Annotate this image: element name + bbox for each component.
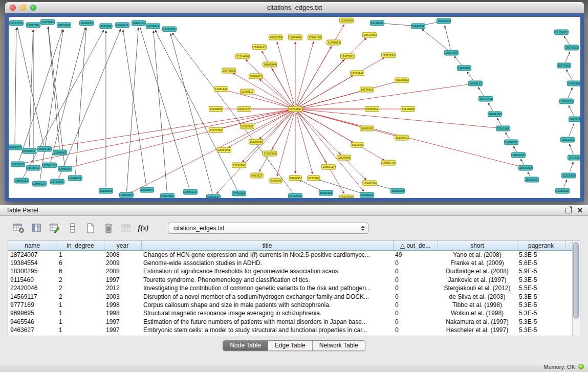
graph-node[interactable]: 12445106 [567,81,580,86]
cell-short[interactable]: Hescheler et al. (1997) [438,326,517,334]
graph-node[interactable]: 18954778 [381,160,395,165]
new-table-icon[interactable] [84,222,97,234]
cell-year[interactable]: 2009 [104,259,141,267]
graph-node[interactable]: 18946213 [518,165,532,170]
graph-node[interactable]: 18724007 [288,106,302,112]
graph-node[interactable]: 17710354 [568,155,580,160]
column-header-pagerank[interactable]: pagerank [517,241,565,250]
cell-pagerank[interactable]: 5.3E-5 [517,293,565,301]
graph-node[interactable]: 15905137 [32,181,46,186]
graph-node[interactable]: 11652203 [560,137,574,142]
cell-name[interactable]: 9777169 [8,301,57,309]
delete-table-icon[interactable] [102,222,115,234]
table-row[interactable]: 946362711997Embryonic stem cells: a mode… [8,326,573,334]
graph-node[interactable]: 19862105 [160,193,174,198]
cell-pagerank[interactable]: 5.3E-5 [517,276,565,284]
graph-node[interactable]: 19384554 [365,106,379,112]
cell-title[interactable]: Tourette syndrome. Phenomenology and cla… [141,276,393,284]
cell-name[interactable]: 18724007 [8,250,57,259]
graph-node[interactable]: 19260141 [350,71,364,76]
table-panel-header[interactable]: Table Panel ✕ [0,205,588,216]
tab-node-table[interactable]: Node Table [223,341,268,351]
cell-in_degree[interactable]: 6 [57,267,104,275]
graph-node[interactable]: 12210355 [561,173,575,178]
graph-node[interactable]: 16648294 [411,24,425,29]
graph-node[interactable]: 15950127 [252,45,266,50]
cell-title[interactable]: Corpus callosum shape and size in male p… [141,301,393,309]
graph-node[interactable]: 16791203 [488,112,502,117]
graph-node[interactable]: 18416821 [68,176,82,181]
cell-short[interactable]: Jankovic et al. (1997) [438,276,517,284]
graph-node[interactable]: 17635204 [119,192,133,198]
cell-name[interactable]: 19384554 [8,259,57,267]
graph-node[interactable]: 15134545 [249,139,263,144]
cell-pagerank[interactable]: 5.9E-5 [517,267,565,275]
close-panel-icon[interactable]: ✕ [577,207,583,214]
table-row[interactable]: 911546021997Tourette syndrome. Phenomeno… [8,276,573,284]
cell-out_de[interactable]: 0 [393,259,438,267]
column-header-year[interactable]: year [104,241,141,250]
graph-node[interactable]: 11436392 [79,20,93,26]
graph-node[interactable]: 18300295 [360,126,374,131]
graph-node[interactable]: 11381446 [214,86,228,92]
row-options-icon[interactable] [66,222,79,234]
graph-node[interactable]: 17505135 [42,163,56,168]
graph-node[interactable]: 9465546 [270,178,282,183]
tab-edge-table[interactable]: Edge Table [268,341,312,351]
cell-title[interactable]: Changes of HCN gene expression and I(f) … [141,250,393,259]
column-header-title[interactable]: title [141,241,393,250]
function-builder-icon[interactable]: f(x) [138,222,151,234]
graph-node[interactable]: 18302042 [240,124,254,129]
graph-node[interactable]: 17240305 [263,151,276,156]
graph-node[interactable]: 12475911 [40,19,54,25]
graph-node[interactable]: 11283751 [217,147,231,152]
cell-in_degree[interactable]: 1 [57,309,104,317]
graph-node[interactable]: 15260650 [22,148,36,154]
cell-year[interactable]: 2008 [104,250,141,259]
graph-node[interactable]: 16263839 [339,18,353,23]
graph-node[interactable]: 16024505 [525,177,538,182]
graph-node[interactable]: 19154023 [554,30,568,35]
table-row[interactable]: 1872400712008Changes of HCN gene express… [8,250,573,259]
graph-node[interactable]: 11108062 [53,150,67,155]
graph-node[interactable]: 17275761 [209,127,223,133]
cell-pagerank[interactable]: 5.5E-5 [517,284,565,292]
cell-name[interactable]: 9465546 [8,318,57,326]
graph-node[interactable]: 10590013 [115,23,129,28]
graph-node[interactable]: 17534064 [232,191,246,196]
graph-node[interactable]: 16055709 [269,35,282,40]
graph-node[interactable]: 12114026 [235,54,249,59]
cell-in_degree[interactable]: 2 [57,276,104,284]
graph-node[interactable]: 14523907 [140,187,154,192]
table-row[interactable]: 1938455462009Genome-wide association stu… [8,259,573,267]
cell-pagerank[interactable]: 5.3E-5 [517,326,565,334]
scrollbar-thumb[interactable] [573,242,579,319]
cell-pagerank[interactable]: 5.3E-5 [517,309,565,317]
graph-node[interactable]: 16687394 [444,50,458,55]
graph-node[interactable]: 15154091 [395,135,408,140]
cell-name[interactable]: 9463627 [8,326,57,334]
cell-title[interactable]: Investigating the contribution of common… [141,284,393,292]
graph-node[interactable]: 10835412 [14,178,28,183]
graph-node[interactable]: 12072945 [362,32,376,37]
cell-year[interactable]: 1998 [104,309,141,317]
graph-node[interactable]: 16264825 [249,74,263,79]
cell-pagerank[interactable]: 5.3E-5 [517,318,565,326]
cell-title[interactable]: Structural magnetic resonance image aver… [141,309,393,317]
window-titlebar[interactable]: citations_edges.txt [5,2,584,13]
tab-network-table[interactable]: Network Table [312,341,365,351]
cell-short[interactable]: Stergiakouli et al. (2012) [438,284,517,292]
graph-node[interactable]: 19267141 [132,20,145,26]
graph-node[interactable]: 14578414 [146,24,160,29]
table-mode-icon[interactable] [12,222,26,234]
graph-node[interactable]: 11937594 [339,195,353,198]
graph-node[interactable]: 16055013 [11,162,25,167]
cell-year[interactable]: 2003 [104,293,141,301]
table-row[interactable]: 1456911722003Disruption of a novel membe… [8,293,573,301]
graph-node[interactable]: 12220658 [209,106,223,112]
cell-out_de[interactable]: 49 [393,250,438,259]
cell-in_degree[interactable]: 1 [57,318,104,326]
table-scrollbar[interactable] [572,241,580,336]
graph-node[interactable]: 12186654 [99,188,113,193]
graph-node[interactable]: 16157374 [9,20,23,26]
